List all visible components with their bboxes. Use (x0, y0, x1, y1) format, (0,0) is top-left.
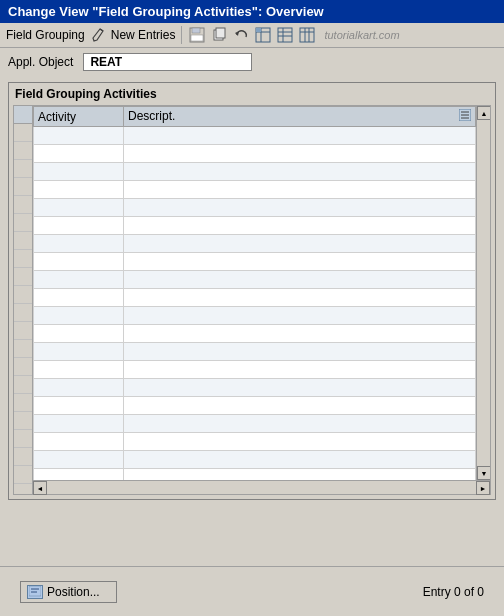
table-row[interactable] (34, 145, 476, 163)
indicator-cell (14, 466, 32, 484)
table-row[interactable] (34, 379, 476, 397)
copy-icon[interactable] (210, 26, 228, 44)
svg-rect-6 (216, 28, 225, 38)
table-icon-3[interactable] (298, 26, 316, 44)
table-row[interactable] (34, 361, 476, 379)
col-activity: Activity (34, 107, 124, 127)
table-row[interactable] (34, 451, 476, 469)
table-row[interactable] (34, 199, 476, 217)
table-icon-1[interactable] (254, 26, 272, 44)
indicator-cell (14, 232, 32, 250)
table-row[interactable] (34, 235, 476, 253)
scroll-right-button[interactable]: ► (476, 481, 490, 495)
indicator-cell (14, 250, 32, 268)
table-row[interactable] (34, 307, 476, 325)
scroll-up-button[interactable]: ▲ (477, 106, 490, 120)
main-content: Field Grouping Activities (0, 76, 504, 506)
indicator-cell (14, 142, 32, 160)
scroll-down-button[interactable]: ▼ (477, 466, 490, 480)
table-icon-2[interactable] (276, 26, 294, 44)
indicator-cell (14, 124, 32, 142)
indicator-cell (14, 448, 32, 466)
undo-icon[interactable] (232, 26, 250, 44)
svg-marker-7 (235, 31, 239, 36)
table-row[interactable] (34, 127, 476, 145)
new-entries-menu[interactable]: New Entries (111, 28, 176, 42)
indicator-cell (14, 160, 32, 178)
svg-rect-16 (300, 28, 314, 42)
table-row[interactable] (34, 325, 476, 343)
table-area: Activity Descript. (33, 106, 476, 480)
appl-object-label: Appl. Object (8, 55, 73, 69)
pencil-icon[interactable] (89, 26, 107, 44)
table-row[interactable] (34, 253, 476, 271)
indicator-cell (14, 394, 32, 412)
table-row[interactable] (34, 163, 476, 181)
indicator-cell (14, 376, 32, 394)
entry-info: Entry 0 of 0 (423, 585, 484, 599)
scroll-left-button[interactable]: ◄ (33, 481, 47, 495)
left-indicators (14, 106, 33, 494)
toolbar: Field Grouping New Entries (0, 23, 504, 48)
save-icon[interactable] (188, 26, 206, 44)
scroll-track-h[interactable] (47, 481, 476, 494)
svg-rect-24 (29, 586, 41, 596)
indicator-cell (14, 214, 32, 232)
table-row[interactable] (34, 271, 476, 289)
svg-rect-4 (191, 35, 203, 41)
table-row[interactable] (34, 469, 476, 481)
appl-object-input[interactable] (83, 53, 252, 71)
indicator-cell (14, 178, 32, 196)
indicator-cell (14, 358, 32, 376)
table-row[interactable] (34, 289, 476, 307)
right-part: Activity Descript. (33, 106, 490, 494)
table-row[interactable] (34, 397, 476, 415)
table-row[interactable] (34, 343, 476, 361)
indicator-cell (14, 286, 32, 304)
indicator-cell (14, 322, 32, 340)
position-icon (27, 585, 43, 599)
indicator-cell (14, 340, 32, 358)
scroll-track-v[interactable] (477, 120, 490, 466)
data-table: Activity Descript. (33, 106, 476, 480)
indicator-header-cell (14, 106, 32, 124)
indicator-cell (14, 268, 32, 286)
watermark: tutorialkart.com (324, 29, 399, 41)
column-options-icon[interactable] (459, 109, 471, 124)
horizontal-scrollbar[interactable]: ◄ ► (33, 480, 490, 494)
col-descript: Descript. (124, 107, 476, 127)
table-row[interactable] (34, 415, 476, 433)
table-row[interactable] (34, 433, 476, 451)
right-scroll: Activity Descript. (33, 106, 490, 480)
bottom-bar: Position... Entry 0 of 0 (0, 566, 504, 616)
appl-object-bar: Appl. Object (0, 48, 504, 76)
indicator-cell (14, 196, 32, 214)
table-row[interactable] (34, 181, 476, 199)
indicator-cell (14, 430, 32, 448)
svg-line-1 (100, 29, 103, 31)
svg-marker-0 (93, 29, 103, 41)
indicator-cell (14, 412, 32, 430)
svg-rect-3 (192, 28, 200, 33)
table-container: Field Grouping Activities (8, 82, 496, 500)
title-bar: Change View "Field Grouping Activities":… (0, 0, 504, 23)
vertical-scrollbar[interactable]: ▲ ▼ (476, 106, 490, 480)
table-title: Field Grouping Activities (13, 87, 491, 101)
indicator-cell (14, 304, 32, 322)
svg-rect-12 (278, 28, 292, 42)
field-grouping-menu[interactable]: Field Grouping (6, 28, 85, 42)
table-row[interactable] (34, 217, 476, 235)
svg-rect-11 (256, 28, 261, 32)
full-grid: Activity Descript. (13, 105, 491, 495)
position-button[interactable]: Position... (20, 581, 117, 603)
